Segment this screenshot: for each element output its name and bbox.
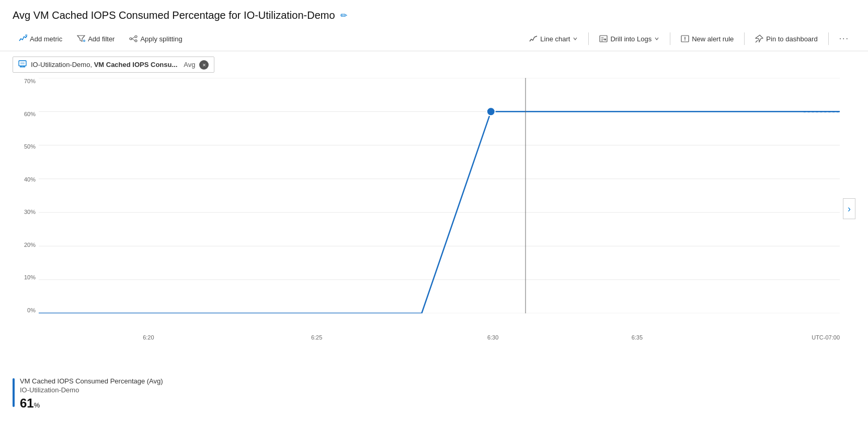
metric-bar: IO-Utilization-Demo, VM Cached IOPS Cons… <box>0 51 868 73</box>
svg-point-6 <box>130 38 132 40</box>
apply-splitting-button[interactable]: Apply splitting <box>123 31 188 46</box>
x-label-utc: UTC-07:00 <box>812 334 840 341</box>
y-label-10: 10% <box>24 274 36 280</box>
chart-svg-area: Oct 11 6:31 PM 6:20 6:25 6:30 6:35 UTC-0… <box>39 78 840 313</box>
chart-svg: Oct 11 6:31 PM <box>39 78 840 313</box>
svg-line-10 <box>132 39 135 41</box>
svg-point-7 <box>135 36 137 38</box>
pin-to-dashboard-button[interactable]: Pin to dashboard <box>749 31 824 46</box>
svg-line-15 <box>756 40 758 42</box>
metric-pill[interactable]: IO-Utilization-Demo, VM Cached IOPS Cons… <box>13 56 214 73</box>
svg-point-8 <box>135 40 137 42</box>
split-icon <box>129 35 138 43</box>
x-label-630: 6:30 <box>487 334 498 341</box>
y-label-30: 30% <box>24 209 36 215</box>
x-label-625: 6:25 <box>311 334 322 341</box>
y-label-50: 50% <box>24 143 36 150</box>
metric-pill-agg: Avg <box>184 61 195 69</box>
add-metric-icon <box>19 35 27 43</box>
toolbar-left: Add metric Add filter <box>13 31 189 46</box>
toolbar-right: Line chart Drill into Logs <box>523 31 855 47</box>
chevron-down-icon-2 <box>654 36 659 41</box>
alert-icon <box>681 35 689 43</box>
x-label-620: 6:20 <box>143 334 154 341</box>
legend-title: VM Cached IOPS Consumed Percentage (Avg) <box>20 377 163 385</box>
y-label-70: 70% <box>24 78 36 84</box>
y-label-60: 60% <box>24 111 36 117</box>
more-icon: ··· <box>839 34 849 43</box>
x-label-635: 6:35 <box>632 334 643 341</box>
metric-pill-close-button[interactable]: × <box>199 60 209 70</box>
legend-value: 61% <box>20 396 163 411</box>
toolbar-divider-3 <box>744 32 745 45</box>
toolbar-divider-2 <box>670 32 670 45</box>
legend-subtitle: IO-Utilization-Demo <box>20 386 163 394</box>
legend: VM Cached IOPS Consumed Percentage (Avg)… <box>0 371 868 416</box>
chevron-down-icon <box>573 36 578 41</box>
page: Avg VM Cached IOPS Consumed Percentage f… <box>0 0 868 430</box>
chart-icon <box>529 35 538 43</box>
drill-into-logs-button[interactable]: Drill into Logs <box>593 31 666 46</box>
svg-rect-20 <box>20 62 25 64</box>
expand-chart-button[interactable]: › <box>843 198 855 219</box>
add-metric-button[interactable]: Add metric <box>13 31 68 46</box>
y-label-40: 40% <box>24 176 36 183</box>
toolbar-divider-4 <box>828 32 829 45</box>
add-filter-button[interactable]: Add filter <box>71 31 121 46</box>
toolbar-divider-1 <box>588 32 589 45</box>
chart-area: 70% 60% 50% 40% 30% 20% 10% 0% <box>0 73 868 340</box>
svg-point-14 <box>684 40 686 41</box>
legend-text: VM Cached IOPS Consumed Percentage (Avg)… <box>20 377 163 411</box>
chart-container: 70% 60% 50% 40% 30% 20% 10% 0% <box>13 78 855 340</box>
svg-line-9 <box>132 37 135 39</box>
toolbar: Add metric Add filter <box>0 27 868 51</box>
data-point <box>487 107 495 116</box>
chevron-right-icon: › <box>848 203 851 214</box>
new-alert-rule-button[interactable]: New alert rule <box>675 31 740 46</box>
page-title: Avg VM Cached IOPS Consumed Percentage f… <box>13 9 335 21</box>
line-chart-button[interactable]: Line chart <box>523 31 584 46</box>
y-label-0: 0% <box>27 307 36 313</box>
legend-color-bar <box>13 378 15 407</box>
y-label-20: 20% <box>24 242 36 248</box>
title-bar: Avg VM Cached IOPS Consumed Percentage f… <box>0 0 868 27</box>
vm-icon <box>18 60 27 70</box>
pin-icon <box>755 35 763 43</box>
edit-icon[interactable]: ✏ <box>340 10 347 20</box>
y-axis: 70% 60% 50% 40% 30% 20% 10% 0% <box>13 78 39 313</box>
more-options-button[interactable]: ··· <box>833 31 855 47</box>
metric-pill-label: IO-Utilization-Demo, VM Cached IOPS Cons… <box>31 61 177 69</box>
logs-icon <box>599 35 608 43</box>
filter-icon <box>77 35 85 43</box>
